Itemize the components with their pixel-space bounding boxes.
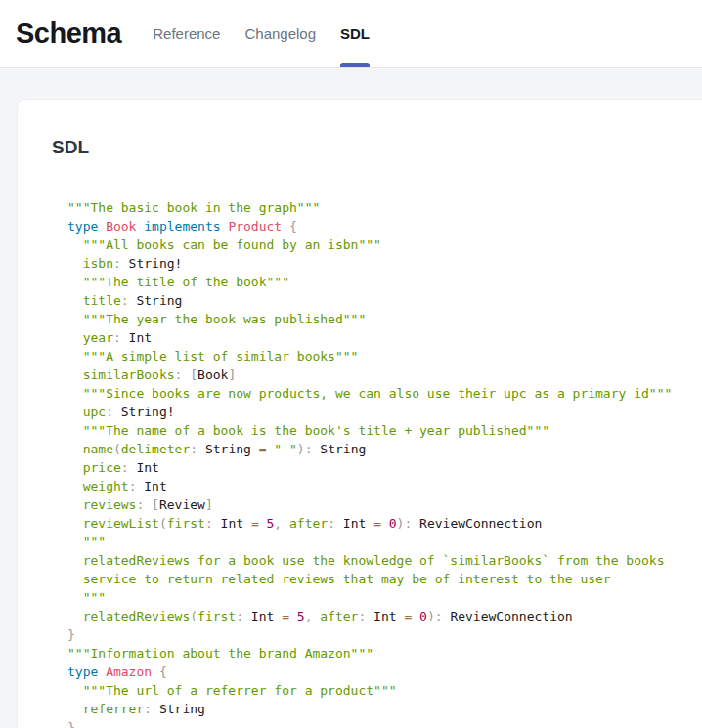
code-line: """The url of a referrer for a product""… bbox=[67, 681, 686, 700]
code-line: type Amazon { bbox=[67, 663, 686, 681]
sdl-card: SDL """The basic book in the graph"""typ… bbox=[17, 99, 702, 728]
code-line: reviews: [Review] bbox=[67, 495, 686, 514]
tab-label: Reference bbox=[153, 25, 220, 42]
code-line: price: Int bbox=[67, 458, 686, 477]
code-line: similarBooks: [Book] bbox=[67, 365, 686, 384]
code-line: } bbox=[67, 625, 686, 644]
code-line: relatedReviews(first: Int = 5, after: In… bbox=[67, 607, 686, 625]
active-tab-indicator bbox=[340, 63, 370, 67]
code-line: year: Int bbox=[67, 328, 686, 347]
page-header: Schema ReferenceChangelogSDL bbox=[0, 0, 702, 68]
code-line: """Information about the brand Amazon""" bbox=[67, 644, 686, 663]
sdl-heading: SDL bbox=[52, 135, 686, 160]
code-line: """The title of the book""" bbox=[67, 273, 686, 291]
tab-label: Changelog bbox=[244, 25, 316, 42]
code-line: isbn: String! bbox=[67, 254, 686, 273]
page-title: Schema bbox=[16, 18, 121, 50]
code-line: """A simple list of similar books""" bbox=[67, 347, 686, 365]
code-line: """The basic book in the graph""" bbox=[67, 198, 686, 217]
code-line: """ bbox=[67, 588, 686, 607]
code-line: """The name of a book is the book's titl… bbox=[67, 421, 686, 440]
tab-label: SDL bbox=[340, 25, 370, 42]
code-line: service to return related reviews that m… bbox=[67, 570, 686, 588]
code-line: name(delimeter: String = " "): String bbox=[67, 440, 686, 458]
tab-sdl[interactable]: SDL bbox=[340, 0, 370, 67]
schema-page: Schema ReferenceChangelogSDL SDL """The … bbox=[0, 0, 702, 728]
tab-reference[interactable]: Reference bbox=[153, 0, 220, 67]
header-tabs: ReferenceChangelogSDL bbox=[153, 0, 370, 67]
code-line: type Book implements Product { bbox=[67, 217, 686, 236]
code-line: relatedReviews for a book use the knowle… bbox=[67, 551, 686, 570]
code-line: """ bbox=[67, 533, 686, 551]
code-line: upc: String! bbox=[67, 403, 686, 421]
code-line: referrer: String bbox=[67, 700, 686, 718]
code-line: weight: Int bbox=[67, 477, 686, 495]
code-line: """Since books are now products, we can … bbox=[67, 384, 686, 403]
code-line: } bbox=[67, 718, 686, 728]
code-line: """The year the book was published""" bbox=[67, 310, 686, 328]
tab-changelog[interactable]: Changelog bbox=[244, 0, 316, 67]
code-line: title: String bbox=[67, 291, 686, 310]
content-area: SDL """The basic book in the graph"""typ… bbox=[0, 68, 702, 728]
sdl-code-block: """The basic book in the graph"""type Bo… bbox=[67, 198, 686, 728]
code-line: reviewList(first: Int = 5, after: Int = … bbox=[67, 514, 686, 533]
code-line: """All books can be found by an isbn""" bbox=[67, 236, 686, 254]
